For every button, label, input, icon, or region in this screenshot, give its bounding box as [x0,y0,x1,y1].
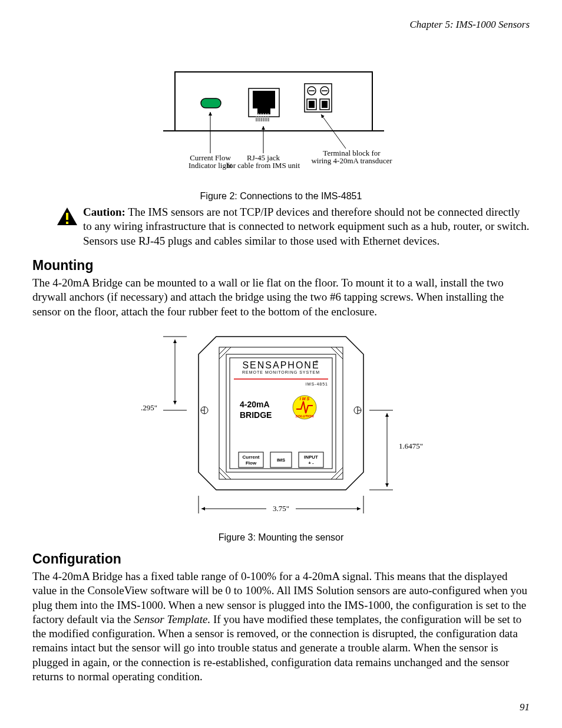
mounting-body: The 4-20mA Bridge can be mounted to a wa… [32,276,530,319]
fig3-logo-bottom: SOLUTION [296,414,315,418]
fig2-label-left2: Indicator light [189,161,232,170]
fig3-port3a: INPUT [304,454,318,460]
fig3-model: IMS-4851 [306,382,328,386]
figure3: .295" SENSAPHONE ® REMOTE MONIT [32,325,530,543]
svg-rect-2 [201,98,221,108]
svg-line-45 [219,347,231,359]
svg-rect-26 [309,101,315,108]
caution-body: The IMS sensors are not TCP/IP devices a… [83,206,529,247]
svg-line-51 [331,467,343,479]
fig3-dim-right: 1.6475" [399,442,423,450]
fig3-brand-sub: REMOTE MONITORING SYSTEM [242,370,320,374]
fig3-brand: SENSAPHONE [242,360,319,370]
svg-rect-32 [66,213,68,220]
fig3-port2: IMS [277,457,286,463]
page-number: 91 [32,701,530,713]
caution-block: Caution: The IMS sensors are not TCP/IP … [32,205,530,248]
caution-label: Caution: [83,206,125,218]
fig3-title1: 4-20mA [240,400,270,409]
fig3-logo-top: I M S [300,397,310,401]
fig3-title2: BRIDGE [240,410,272,420]
fig3-port3b: + - [308,460,314,466]
figure3-svg: .295" SENSAPHONE ® REMOTE MONIT [116,325,446,525]
fig3-port1a: Current [243,454,260,460]
svg-line-49 [219,467,231,479]
running-head: Chapter 5: IMS-1000 Sensors [32,19,530,31]
svg-line-47 [331,347,343,359]
fig3-dim-bottom: 3.75" [273,504,289,513]
fig2-label-right2: wiring 4-20mA transducer [311,156,392,165]
figure2-caption: Figure 2: Connections to the IMS-4851 [32,191,530,202]
svg-rect-5 [257,108,270,114]
figure2-svg: Current Flow Indicator light RJ-45 jack … [151,66,411,184]
fig3-dim-left: .295" [141,403,157,412]
configuration-body: The 4-20mA Bridge has a fixed table rang… [32,569,530,684]
svg-rect-28 [322,101,328,108]
figure3-caption: Figure 3: Mounting the sensor [32,532,530,543]
figure2: Current Flow Indicator light RJ-45 jack … [32,66,530,202]
svg-rect-33 [66,222,68,224]
fig3-brand-reg: ® [315,360,319,364]
fig2-label-mid2: for cable from IMS unit [227,161,300,170]
svg-rect-4 [253,91,275,108]
caution-icon [56,206,78,229]
caution-text: Caution: The IMS sensors are not TCP/IP … [83,205,530,248]
fig3-port1b: Flow [246,460,257,466]
heading-configuration: Configuration [32,551,530,567]
heading-mounting: Mounting [32,258,530,274]
config-em: Sensor Template. [134,613,210,625]
